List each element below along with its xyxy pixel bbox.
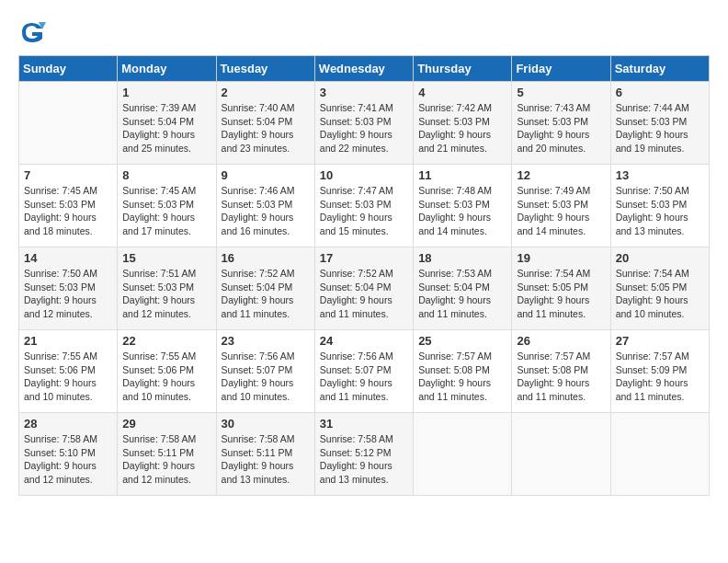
day-info: Sunrise: 7:50 AMSunset: 5:03 PMDaylight:… bbox=[24, 267, 112, 321]
day-info: Sunrise: 7:55 AMSunset: 5:06 PMDaylight:… bbox=[122, 350, 210, 404]
day-number: 20 bbox=[616, 251, 704, 265]
day-info: Sunrise: 7:40 AMSunset: 5:04 PMDaylight:… bbox=[222, 101, 310, 155]
weekday-header-saturday: Saturday bbox=[610, 56, 709, 82]
day-number: 14 bbox=[24, 251, 112, 265]
day-number: 13 bbox=[616, 168, 704, 182]
calendar-cell: 14Sunrise: 7:50 AMSunset: 5:03 PMDayligh… bbox=[19, 247, 118, 330]
day-info: Sunrise: 7:57 AMSunset: 5:08 PMDaylight:… bbox=[418, 350, 506, 404]
day-number: 5 bbox=[517, 86, 605, 99]
calendar-cell: 12Sunrise: 7:49 AMSunset: 5:03 PMDayligh… bbox=[512, 165, 610, 247]
day-number: 12 bbox=[517, 168, 605, 182]
logo-icon bbox=[18, 18, 46, 46]
day-number: 9 bbox=[222, 168, 310, 182]
calendar-cell: 27Sunrise: 7:57 AMSunset: 5:09 PMDayligh… bbox=[610, 330, 709, 413]
day-info: Sunrise: 7:39 AMSunset: 5:04 PMDaylight:… bbox=[122, 101, 210, 155]
calendar-cell: 18Sunrise: 7:53 AMSunset: 5:04 PMDayligh… bbox=[414, 247, 512, 330]
day-number: 17 bbox=[320, 251, 408, 265]
weekday-header-thursday: Thursday bbox=[414, 56, 512, 82]
calendar-week-row: 21Sunrise: 7:55 AMSunset: 5:06 PMDayligh… bbox=[19, 330, 710, 413]
day-info: Sunrise: 7:48 AMSunset: 5:03 PMDaylight:… bbox=[418, 184, 506, 238]
calendar-week-row: 1Sunrise: 7:39 AMSunset: 5:04 PMDaylight… bbox=[19, 82, 710, 165]
calendar-week-row: 28Sunrise: 7:58 AMSunset: 5:10 PMDayligh… bbox=[19, 413, 710, 496]
calendar-cell: 24Sunrise: 7:56 AMSunset: 5:07 PMDayligh… bbox=[314, 330, 413, 413]
calendar-table: SundayMondayTuesdayWednesdayThursdayFrid… bbox=[18, 55, 710, 496]
weekday-header-tuesday: Tuesday bbox=[216, 56, 314, 82]
calendar-cell: 1Sunrise: 7:39 AMSunset: 5:04 PMDaylight… bbox=[118, 82, 216, 165]
day-number: 15 bbox=[122, 251, 210, 265]
calendar-cell: 15Sunrise: 7:51 AMSunset: 5:03 PMDayligh… bbox=[118, 247, 216, 330]
day-number: 30 bbox=[222, 417, 310, 431]
weekday-header-friday: Friday bbox=[512, 56, 610, 82]
day-info: Sunrise: 7:52 AMSunset: 5:04 PMDaylight:… bbox=[222, 267, 310, 321]
day-info: Sunrise: 7:58 AMSunset: 5:11 PMDaylight:… bbox=[122, 432, 210, 487]
day-info: Sunrise: 7:51 AMSunset: 5:03 PMDaylight:… bbox=[122, 267, 210, 321]
day-info: Sunrise: 7:49 AMSunset: 5:03 PMDaylight:… bbox=[517, 184, 605, 238]
day-number: 2 bbox=[222, 86, 310, 99]
day-number: 22 bbox=[122, 334, 210, 348]
calendar-cell: 23Sunrise: 7:56 AMSunset: 5:07 PMDayligh… bbox=[216, 330, 314, 413]
day-info: Sunrise: 7:55 AMSunset: 5:06 PMDaylight:… bbox=[24, 350, 112, 404]
calendar-cell: 31Sunrise: 7:58 AMSunset: 5:12 PMDayligh… bbox=[314, 413, 413, 496]
calendar-cell: 8Sunrise: 7:45 AMSunset: 5:03 PMDaylight… bbox=[118, 165, 216, 247]
calendar-cell: 10Sunrise: 7:47 AMSunset: 5:03 PMDayligh… bbox=[314, 165, 413, 247]
day-number: 4 bbox=[418, 86, 506, 99]
calendar-cell bbox=[610, 413, 709, 496]
calendar-cell: 28Sunrise: 7:58 AMSunset: 5:10 PMDayligh… bbox=[19, 413, 118, 496]
calendar-cell: 19Sunrise: 7:54 AMSunset: 5:05 PMDayligh… bbox=[512, 247, 610, 330]
calendar-cell: 25Sunrise: 7:57 AMSunset: 5:08 PMDayligh… bbox=[414, 330, 512, 413]
day-info: Sunrise: 7:45 AMSunset: 5:03 PMDaylight:… bbox=[122, 184, 210, 238]
day-number: 28 bbox=[24, 417, 112, 431]
day-info: Sunrise: 7:43 AMSunset: 5:03 PMDaylight:… bbox=[517, 101, 605, 155]
day-number: 31 bbox=[320, 417, 408, 431]
day-info: Sunrise: 7:52 AMSunset: 5:04 PMDaylight:… bbox=[320, 267, 408, 321]
day-info: Sunrise: 7:53 AMSunset: 5:04 PMDaylight:… bbox=[418, 267, 506, 321]
day-number: 10 bbox=[320, 168, 408, 182]
day-number: 18 bbox=[418, 251, 506, 265]
calendar-cell: 16Sunrise: 7:52 AMSunset: 5:04 PMDayligh… bbox=[216, 247, 314, 330]
day-number: 25 bbox=[418, 334, 506, 348]
calendar-cell bbox=[512, 413, 610, 496]
day-info: Sunrise: 7:56 AMSunset: 5:07 PMDaylight:… bbox=[320, 350, 408, 404]
day-number: 8 bbox=[122, 168, 210, 182]
day-info: Sunrise: 7:50 AMSunset: 5:03 PMDaylight:… bbox=[616, 184, 704, 238]
day-info: Sunrise: 7:58 AMSunset: 5:12 PMDaylight:… bbox=[320, 432, 408, 487]
calendar-cell: 30Sunrise: 7:58 AMSunset: 5:11 PMDayligh… bbox=[216, 413, 314, 496]
weekday-header-wednesday: Wednesday bbox=[314, 56, 413, 82]
weekday-header-monday: Monday bbox=[118, 56, 216, 82]
calendar-week-row: 7Sunrise: 7:45 AMSunset: 5:03 PMDaylight… bbox=[19, 165, 710, 247]
day-info: Sunrise: 7:42 AMSunset: 5:03 PMDaylight:… bbox=[418, 101, 506, 155]
logo bbox=[18, 18, 50, 46]
calendar-cell: 6Sunrise: 7:44 AMSunset: 5:03 PMDaylight… bbox=[610, 82, 709, 165]
calendar-cell: 4Sunrise: 7:42 AMSunset: 5:03 PMDaylight… bbox=[414, 82, 512, 165]
day-number: 19 bbox=[517, 251, 605, 265]
day-info: Sunrise: 7:46 AMSunset: 5:03 PMDaylight:… bbox=[222, 184, 310, 238]
calendar-cell: 7Sunrise: 7:45 AMSunset: 5:03 PMDaylight… bbox=[19, 165, 118, 247]
calendar-cell: 11Sunrise: 7:48 AMSunset: 5:03 PMDayligh… bbox=[414, 165, 512, 247]
calendar-cell: 22Sunrise: 7:55 AMSunset: 5:06 PMDayligh… bbox=[118, 330, 216, 413]
day-number: 11 bbox=[418, 168, 506, 182]
day-number: 27 bbox=[616, 334, 704, 348]
day-number: 6 bbox=[616, 86, 704, 99]
calendar-cell: 21Sunrise: 7:55 AMSunset: 5:06 PMDayligh… bbox=[19, 330, 118, 413]
day-number: 3 bbox=[320, 86, 408, 99]
calendar-cell: 26Sunrise: 7:57 AMSunset: 5:08 PMDayligh… bbox=[512, 330, 610, 413]
day-info: Sunrise: 7:58 AMSunset: 5:10 PMDaylight:… bbox=[24, 432, 112, 487]
calendar-cell bbox=[414, 413, 512, 496]
calendar-cell: 9Sunrise: 7:46 AMSunset: 5:03 PMDaylight… bbox=[216, 165, 314, 247]
day-number: 26 bbox=[517, 334, 605, 348]
day-info: Sunrise: 7:54 AMSunset: 5:05 PMDaylight:… bbox=[517, 267, 605, 321]
weekday-header-sunday: Sunday bbox=[19, 56, 118, 82]
calendar-cell: 17Sunrise: 7:52 AMSunset: 5:04 PMDayligh… bbox=[314, 247, 413, 330]
calendar-cell bbox=[19, 82, 118, 165]
day-info: Sunrise: 7:57 AMSunset: 5:08 PMDaylight:… bbox=[517, 350, 605, 404]
day-number: 7 bbox=[24, 168, 112, 182]
day-info: Sunrise: 7:56 AMSunset: 5:07 PMDaylight:… bbox=[222, 350, 310, 404]
day-info: Sunrise: 7:58 AMSunset: 5:11 PMDaylight:… bbox=[222, 432, 310, 487]
day-info: Sunrise: 7:45 AMSunset: 5:03 PMDaylight:… bbox=[24, 184, 112, 238]
day-info: Sunrise: 7:54 AMSunset: 5:05 PMDaylight:… bbox=[616, 267, 704, 321]
day-info: Sunrise: 7:44 AMSunset: 5:03 PMDaylight:… bbox=[616, 101, 704, 155]
day-number: 21 bbox=[24, 334, 112, 348]
day-number: 1 bbox=[122, 86, 210, 99]
weekday-header-row: SundayMondayTuesdayWednesdayThursdayFrid… bbox=[19, 56, 710, 82]
calendar-cell: 5Sunrise: 7:43 AMSunset: 5:03 PMDaylight… bbox=[512, 82, 610, 165]
